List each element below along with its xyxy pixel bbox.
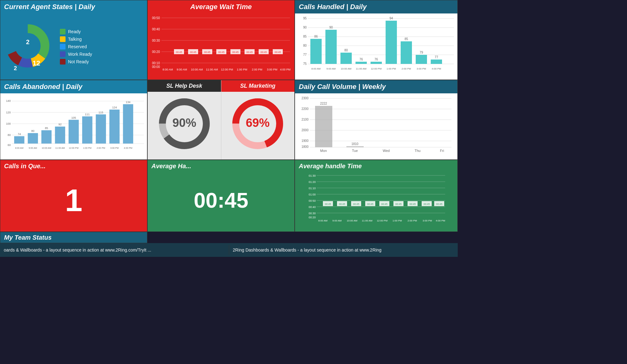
svg-text:00:10: 00:10: [152, 61, 160, 65]
svg-text:00:45: 00:45: [325, 203, 331, 205]
calls-queue-panel: Calls in Que... 1: [0, 160, 147, 232]
svg-rect-69: [416, 55, 427, 64]
svg-text:2:00 PM: 2:00 PM: [252, 68, 262, 71]
svg-rect-102: [82, 117, 92, 144]
svg-text:77: 77: [435, 55, 438, 59]
calls-queue-value: 1: [0, 172, 147, 228]
svg-text:00:45: 00:45: [190, 51, 197, 54]
svg-rect-104: [96, 114, 106, 143]
sl-helpdesk-gauge: 90%: [148, 92, 221, 155]
sl-marketing-title: SL Marketing: [225, 83, 291, 89]
svg-text:00:45: 00:45: [353, 203, 360, 205]
svg-text:94: 94: [389, 17, 393, 20]
svg-text:86: 86: [314, 35, 318, 38]
svg-text:4:00 PM: 4:00 PM: [280, 68, 291, 71]
calls-handled-title: Calls Handled | Daily: [299, 3, 454, 11]
legend-talking-color: [60, 36, 66, 42]
svg-text:2:00 PM: 2:00 PM: [402, 67, 411, 70]
svg-text:77: 77: [303, 53, 307, 56]
avg-wait-time-panel: Average Wait Time 00:50 00:40 00:30 00:2…: [147, 0, 295, 80]
svg-text:Thu: Thu: [415, 149, 421, 153]
svg-rect-57: [325, 30, 337, 64]
svg-text:00:45: 00:45: [204, 51, 211, 54]
svg-text:11:00 AM: 11:00 AM: [206, 68, 218, 71]
svg-text:85: 85: [404, 37, 408, 41]
svg-text:00:45: 00:45: [395, 203, 402, 205]
legend-talking-label: Talking: [68, 37, 82, 42]
svg-text:90%: 90%: [172, 116, 196, 129]
svg-text:3:00 PM: 3:00 PM: [110, 147, 119, 149]
svg-text:3:00 PM: 3:00 PM: [417, 67, 426, 70]
svg-text:9:00 AM: 9:00 AM: [326, 67, 336, 70]
svg-text:01:10: 01:10: [308, 187, 316, 190]
calls-queue-title: Calls in Que...: [0, 160, 147, 172]
legend-talking: Talking: [60, 36, 92, 42]
legend-reserved: Reserved: [60, 44, 92, 49]
svg-text:120: 120: [6, 111, 11, 114]
svg-text:9:00 AM: 9:00 AM: [177, 68, 187, 71]
avg-handle-time-title: Average handle Time: [295, 160, 457, 172]
svg-text:2: 2: [26, 39, 29, 45]
svg-text:79: 79: [419, 51, 423, 54]
svg-text:2000: 2000: [302, 128, 309, 132]
svg-text:12:00 PM: 12:00 PM: [371, 67, 382, 70]
legend-notready-label: Not Ready: [68, 59, 89, 64]
svg-text:01:20: 01:20: [308, 180, 316, 184]
agent-states-title: Current Agent States | Daily: [0, 0, 147, 13]
svg-text:2: 2: [14, 65, 17, 70]
legend-reserved-color: [60, 44, 66, 49]
legend-notready-color: [60, 59, 66, 65]
sl-helpdesk-title: SL Help Desk: [151, 83, 217, 89]
svg-text:11:00 AM: 11:00 AM: [55, 147, 65, 149]
svg-text:00:45: 00:45: [436, 203, 443, 205]
svg-text:76: 76: [374, 58, 378, 61]
svg-text:10:00 AM: 10:00 AM: [347, 219, 357, 222]
svg-text:2:00 PM: 2:00 PM: [97, 147, 105, 149]
svg-text:2100: 2100: [302, 118, 309, 121]
svg-text:00:50: 00:50: [308, 199, 316, 202]
svg-text:00:20: 00:20: [308, 216, 316, 219]
svg-text:4:00 PM: 4:00 PM: [432, 67, 441, 70]
svg-text:4:00 PM: 4:00 PM: [436, 219, 445, 222]
legend-ready: Ready: [60, 29, 92, 34]
sl-helpdesk-panel: SL Help Desk 90%: [148, 80, 221, 159]
daily-call-volume-panel: Daily Call Volume | Weekly 2300 2200 210…: [295, 80, 458, 160]
calls-abandoned-panel: Calls Abandoned | Daily 140 120 100 80 6…: [0, 80, 147, 160]
svg-text:1:00 PM: 1:00 PM: [393, 219, 402, 222]
svg-text:11:00 AM: 11:00 AM: [356, 67, 366, 70]
footer: oards & Wallboards - a layout sequence i…: [0, 243, 458, 257]
svg-text:00:45: 00:45: [367, 203, 374, 205]
avg-ha-title: Average Ha...: [148, 160, 294, 172]
calls-abandoned-title: Calls Abandoned | Daily: [4, 83, 143, 91]
svg-rect-63: [371, 62, 382, 64]
svg-text:Mon: Mon: [320, 149, 327, 153]
svg-text:4:00 PM: 4:00 PM: [124, 147, 132, 149]
svg-text:2300: 2300: [302, 96, 309, 100]
svg-text:1:00 PM: 1:00 PM: [237, 68, 247, 71]
svg-text:8:00 AM: 8:00 AM: [318, 219, 328, 222]
svg-text:2:00 PM: 2:00 PM: [408, 219, 417, 222]
svg-text:Tue: Tue: [352, 149, 358, 153]
svg-text:1:00 PM: 1:00 PM: [387, 67, 396, 70]
svg-text:85: 85: [45, 127, 48, 130]
sl-marketing-gauge: 69%: [221, 92, 295, 155]
avg-wait-time-title: Average Wait Time: [148, 0, 294, 13]
svg-text:8:00 AM: 8:00 AM: [311, 67, 321, 70]
svg-rect-139: [346, 146, 364, 147]
svg-text:95: 95: [303, 17, 307, 20]
svg-text:60: 60: [8, 143, 11, 147]
svg-rect-108: [123, 104, 133, 144]
svg-text:1800: 1800: [302, 145, 309, 148]
svg-text:80: 80: [8, 133, 11, 137]
svg-text:2200: 2200: [302, 107, 309, 111]
avg-ha-panel: Average Ha... 00:45: [147, 160, 295, 232]
svg-text:75: 75: [303, 62, 307, 65]
donut-chart: 2 2 12: [3, 22, 54, 72]
svg-text:00:45: 00:45: [339, 203, 345, 205]
svg-text:115: 115: [98, 111, 103, 114]
svg-rect-71: [431, 60, 442, 64]
svg-text:8:00 AM: 8:00 AM: [162, 68, 173, 71]
svg-text:111: 111: [85, 113, 90, 116]
svg-text:00:40: 00:40: [152, 28, 160, 31]
svg-rect-59: [340, 53, 352, 64]
